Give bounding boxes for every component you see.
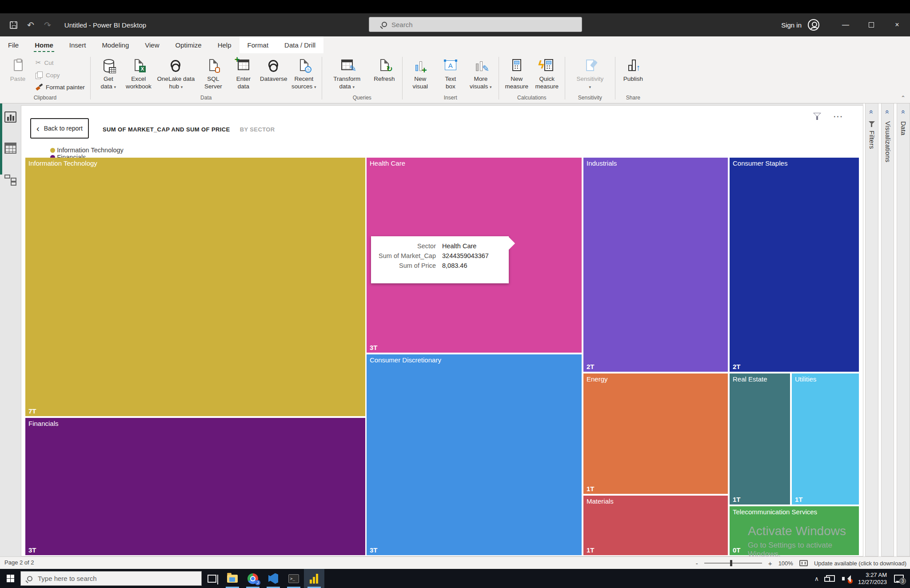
table-view-button[interactable] <box>4 143 16 154</box>
recent-sources-button[interactable]: ◷ Recentsources ▾ <box>290 56 318 93</box>
zoom-slider[interactable] <box>704 563 762 564</box>
volume-muted-icon[interactable]: × <box>842 575 851 582</box>
enter-data-icon: + <box>236 58 251 73</box>
filters-pane-collapsed[interactable]: « Filters <box>865 103 878 556</box>
tab-data-drill[interactable]: Data / Drill <box>276 36 323 53</box>
tab-view[interactable]: View <box>137 37 167 53</box>
dataverse-button[interactable]: Dataverse <box>259 56 288 84</box>
more-visuals-icon: ✎ <box>473 58 488 73</box>
time: 3:27 AM <box>858 572 887 579</box>
visualizations-pane-collapsed[interactable]: « Visualizations <box>881 103 894 556</box>
fit-to-page-icon[interactable] <box>799 560 808 566</box>
minimize-button[interactable]: — <box>833 13 858 36</box>
enter-data-button[interactable]: + Enterdata <box>229 56 258 92</box>
zoom-in-button[interactable]: + <box>768 560 772 567</box>
expand-pane-icon[interactable]: « <box>899 110 907 114</box>
quick-measure-button[interactable]: ϟ Quickmeasure <box>533 56 561 92</box>
model-view-button[interactable] <box>4 175 16 186</box>
tab-insert[interactable]: Insert <box>61 37 94 53</box>
expand-pane-icon[interactable]: « <box>884 110 892 114</box>
treemap-tile-consumer-staples[interactable]: Consumer Staples2T <box>730 158 859 372</box>
legend-item-information-technology[interactable]: Information Technology <box>50 147 139 154</box>
report-view-button[interactable] <box>4 111 16 123</box>
clock[interactable]: 3:27 AM 12/27/2023 <box>858 572 887 586</box>
power-bi-button[interactable] <box>304 569 324 588</box>
refresh-button[interactable]: ↻ Refresh <box>370 56 399 84</box>
treemap-tile-telecommunication-services[interactable]: Telecommunication Services0T <box>730 506 859 555</box>
get-data-button[interactable]: Getdata ▾ <box>94 56 123 93</box>
new-measure-button[interactable]: Newmeasure <box>503 56 531 92</box>
treemap-tile-utilities[interactable]: Utilities1T <box>792 373 859 505</box>
tab-home[interactable]: Home <box>27 37 61 53</box>
treemap-tile-real-estate[interactable]: Real Estate1T <box>730 373 790 505</box>
format-painter-button[interactable]: Format painter <box>34 83 87 91</box>
new-visual-button[interactable]: + Newvisual <box>406 56 435 92</box>
text-box-button[interactable]: A Textbox <box>436 56 465 92</box>
zoom-out-button[interactable]: - <box>696 560 698 567</box>
onelake-data-hub-button[interactable]: OneLake datahub ▾ <box>155 56 197 93</box>
taskbar-search[interactable]: Type here to search <box>20 571 202 586</box>
dropdown-caret-icon: ▾ <box>353 85 355 89</box>
tab-file[interactable]: File <box>0 37 27 53</box>
chrome-button[interactable]: J <box>243 569 263 588</box>
visual-more-options-icon[interactable]: ··· <box>834 113 843 121</box>
excel-workbook-button[interactable]: X Excelworkbook <box>124 56 153 92</box>
task-view-button[interactable] <box>202 569 222 588</box>
tab-optimize[interactable]: Optimize <box>168 37 210 53</box>
sensitivity-icon <box>583 58 598 73</box>
titlebar-search[interactable] <box>369 17 582 32</box>
search-input[interactable] <box>391 21 560 28</box>
ribbon-tab-bar: File Home Insert Modeling View Optimize … <box>0 36 910 53</box>
tab-modeling[interactable]: Modeling <box>94 37 137 53</box>
tile-value: 3T <box>28 546 36 554</box>
treemap-tile-information-technology[interactable]: Information Technology7T <box>25 158 365 416</box>
tab-help[interactable]: Help <box>210 37 239 53</box>
refresh-icon: ↻ <box>377 58 392 73</box>
restore-button[interactable] <box>858 13 884 36</box>
window-title: Untitled - Power BI Desktop <box>64 21 146 29</box>
update-available-link[interactable]: Update available (click to download) <box>814 560 906 567</box>
sign-in-button[interactable]: Sign in <box>775 21 808 29</box>
network-icon[interactable] <box>826 575 835 582</box>
group-label-data: Data <box>200 94 212 102</box>
account-avatar-icon[interactable] <box>808 19 819 31</box>
restore-icon <box>869 22 874 28</box>
group-label-insert: Insert <box>444 94 457 102</box>
tab-format[interactable]: Format <box>239 36 277 53</box>
vscode-button[interactable] <box>263 569 283 588</box>
collapse-ribbon-icon[interactable]: ⌃ <box>901 95 906 101</box>
back-to-report-button[interactable]: ‹ Back to report <box>30 118 89 139</box>
save-icon[interactable] <box>10 21 17 29</box>
publish-button[interactable]: ↑ Publish <box>619 56 647 84</box>
sensitivity-button: Sensitivity▾ <box>569 56 611 93</box>
copy-icon <box>36 72 43 79</box>
treemap-tile-materials[interactable]: Materials1T <box>583 496 728 555</box>
transform-data-button[interactable]: ✎ Transformdata ▾ <box>326 56 368 93</box>
treemap-tile-industrials[interactable]: Industrials2T <box>583 158 728 372</box>
treemap-tile-energy[interactable]: Energy1T <box>583 373 728 494</box>
visual-filter-icon[interactable] <box>813 113 822 121</box>
search-icon <box>27 576 32 581</box>
treemap-tile-consumer-discretionary[interactable]: Consumer Discretionary3T <box>367 354 582 555</box>
close-button[interactable]: × <box>884 13 910 36</box>
tile-label: Consumer Staples <box>733 159 787 167</box>
expand-pane-icon[interactable]: « <box>868 110 876 114</box>
tile-value: 1T <box>587 546 595 554</box>
terminal-button[interactable]: >_ <box>283 569 304 588</box>
paste-button: Paste <box>4 56 32 84</box>
sql-server-button[interactable]: SQLServer <box>199 56 228 92</box>
status-bar: Page 2 of 2 - + 100% Update available (c… <box>0 556 910 569</box>
tooltip-value: 3244359043367 <box>442 252 489 259</box>
treemap-tile-financials[interactable]: Financials3T <box>25 418 365 555</box>
terminal-icon: >_ <box>288 574 299 583</box>
chrome-profile-badge: J <box>255 580 260 585</box>
dropdown-caret-icon: ▾ <box>114 85 116 89</box>
show-hidden-icons-button[interactable]: ∧ <box>814 575 819 582</box>
zoom-slider-thumb[interactable] <box>730 560 732 566</box>
more-visuals-button[interactable]: ✎ Morevisuals ▾ <box>467 56 495 93</box>
notifications-button[interactable]: 3 <box>894 575 904 583</box>
file-explorer-button[interactable] <box>222 569 243 588</box>
data-pane-collapsed[interactable]: « Data <box>897 103 910 556</box>
undo-icon[interactable]: ↶ <box>27 20 34 30</box>
start-button[interactable] <box>0 569 20 588</box>
